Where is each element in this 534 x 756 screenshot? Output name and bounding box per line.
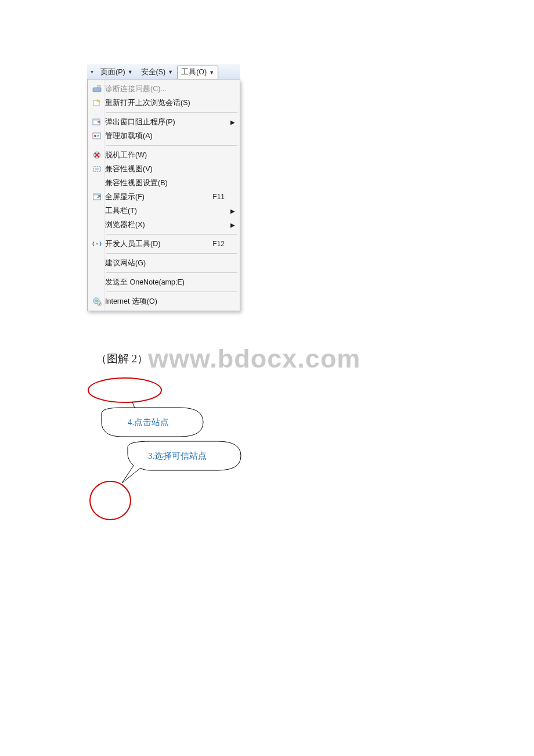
caret-down-icon: ▼ <box>128 69 133 75</box>
addons-icon <box>89 131 105 141</box>
svg-rect-4 <box>93 119 100 121</box>
callout-bubble-step4 <box>102 408 203 437</box>
browser-toolbar: ▾ 页面(P) ▼ 安全(S) ▼ 工具(O) ▼ <box>87 64 240 80</box>
menu-reopen-session[interactable]: 重新打开上次浏览会话(S) <box>89 96 239 110</box>
callout-text-step3: 3.选择可信站点 <box>148 451 207 460</box>
svg-point-7 <box>94 135 96 137</box>
callout-connector <box>132 402 136 413</box>
menu-send-onenote[interactable]: 发送至 OneNote(amp;E) <box>89 275 239 289</box>
menu-label: 脱机工作(W) <box>105 150 201 160</box>
callout-text-step4: 4.点击站点 <box>128 417 169 427</box>
svg-rect-0 <box>93 88 101 92</box>
watermark-text: www.bdocx.com <box>148 344 360 374</box>
svg-rect-6 <box>93 133 100 139</box>
submenu-arrow-icon: ▶ <box>227 208 235 214</box>
ie-tools-menu-screenshot: ▾ 页面(P) ▼ 安全(S) ▼ 工具(O) ▼ 诊断连接问题(C)... <box>87 64 240 311</box>
highlight-ellipse-bottom <box>90 481 131 520</box>
menu-separator <box>106 291 237 292</box>
menu-toolbars[interactable]: 工具栏(T) ▶ <box>89 204 239 218</box>
menu-label: 弹出窗口阻止程序(P) <box>105 117 201 127</box>
compat-view-icon <box>89 164 105 174</box>
highlight-ellipse-top <box>88 378 161 402</box>
submenu-arrow-icon: ▶ <box>227 222 235 228</box>
menu-label: 开发人员工具(D) <box>105 239 201 249</box>
tools-menu-label: 工具(O) <box>181 67 207 77</box>
menu-separator <box>106 272 237 273</box>
menu-label: 发送至 OneNote(amp;E) <box>105 278 201 287</box>
popup-blocker-icon <box>89 117 105 127</box>
menu-explorer-bars[interactable]: 浏览器栏(X) ▶ <box>89 218 239 232</box>
menu-label: 全屏显示(F) <box>105 192 201 202</box>
menu-popup-blocker[interactable]: 弹出窗口阻止程序(P) ▶ <box>89 115 239 129</box>
internet-options-icon <box>89 297 105 306</box>
menu-label: 管理加载项(A) <box>105 131 201 141</box>
menu-separator <box>106 253 237 254</box>
svg-rect-10 <box>95 168 99 170</box>
menu-diagnose-connection[interactable]: 诊断连接问题(C)... <box>89 82 239 96</box>
menu-label: 重新打开上次浏览会话(S) <box>105 98 201 108</box>
safety-menu-label: 安全(S) <box>141 67 166 77</box>
menu-suggested-sites[interactable]: 建议网站(G) <box>89 256 239 270</box>
menu-separator <box>106 112 237 113</box>
safety-menu-button[interactable]: 安全(S) ▼ <box>137 65 178 79</box>
menu-separator <box>106 145 237 146</box>
network-diag-icon <box>89 84 105 93</box>
menu-work-offline[interactable]: 脱机工作(W) <box>89 148 239 162</box>
tools-dropdown-menu: 诊断连接问题(C)... 重新打开上次浏览会话(S) 弹出窗口阻止程序(P) ▶… <box>87 80 240 311</box>
page-menu-label: 页面(P) <box>100 67 125 77</box>
home-split-icon[interactable]: ▾ <box>87 69 96 75</box>
devtools-icon <box>89 239 105 249</box>
menu-shortcut: F11 <box>201 193 227 201</box>
menu-dev-tools[interactable]: 开发人员工具(D) F12 <box>89 237 239 251</box>
menu-manage-addons[interactable]: 管理加载项(A) <box>89 129 239 143</box>
figure-caption: （图解 2） <box>96 351 148 366</box>
caret-down-icon: ▼ <box>209 70 214 75</box>
menu-compat-settings[interactable]: 兼容性视图设置(B) <box>89 176 239 190</box>
callout-bubble-step3 <box>122 441 241 483</box>
menu-label: 工具栏(T) <box>105 206 201 216</box>
menu-internet-options[interactable]: Internet 选项(O) <box>89 294 239 308</box>
menu-label: 诊断连接问题(C)... <box>105 84 201 94</box>
annotation-overlay: 4.点击站点 3.选择可信站点 <box>87 367 261 553</box>
tools-menu-button[interactable]: 工具(O) ▼ <box>177 66 218 79</box>
svg-rect-1 <box>98 85 100 88</box>
reopen-tab-icon <box>89 98 105 107</box>
menu-label: Internet 选项(O) <box>105 297 201 307</box>
menu-label: 浏览器栏(X) <box>105 220 201 230</box>
menu-fullscreen[interactable]: 全屏显示(F) F11 <box>89 190 239 204</box>
menu-shortcut: F12 <box>201 240 227 248</box>
menu-compat-view[interactable]: 兼容性视图(V) <box>89 162 239 176</box>
caret-down-icon: ▼ <box>168 69 173 75</box>
svg-rect-12 <box>93 194 101 196</box>
menu-label: 兼容性视图设置(B) <box>105 178 201 188</box>
svg-rect-5 <box>98 121 100 123</box>
menu-label: 兼容性视图(V) <box>105 164 201 174</box>
menu-label: 建议网站(G) <box>105 258 201 268</box>
submenu-arrow-icon: ▶ <box>227 119 235 125</box>
fullscreen-icon <box>89 192 105 201</box>
menu-separator <box>106 234 237 235</box>
page-menu-button[interactable]: 页面(P) ▼ <box>96 65 137 79</box>
offline-icon <box>89 150 105 160</box>
